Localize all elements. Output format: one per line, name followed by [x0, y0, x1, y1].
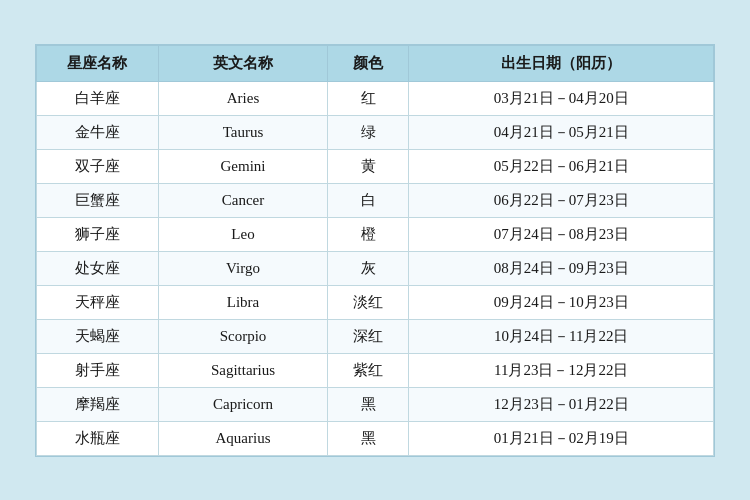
cell-date: 08月24日－09月23日: [409, 251, 714, 285]
cell-cn: 摩羯座: [37, 387, 159, 421]
table-row: 天蝎座Scorpio深红10月24日－11月22日: [37, 319, 714, 353]
cell-en: Aries: [158, 81, 327, 115]
cell-color: 黄: [328, 149, 409, 183]
cell-en: Gemini: [158, 149, 327, 183]
table-header-row: 星座名称 英文名称 颜色 出生日期（阳历）: [37, 45, 714, 81]
header-date: 出生日期（阳历）: [409, 45, 714, 81]
cell-cn: 射手座: [37, 353, 159, 387]
header-color: 颜色: [328, 45, 409, 81]
header-cn: 星座名称: [37, 45, 159, 81]
cell-cn: 天秤座: [37, 285, 159, 319]
table-row: 巨蟹座Cancer白06月22日－07月23日: [37, 183, 714, 217]
cell-date: 06月22日－07月23日: [409, 183, 714, 217]
cell-cn: 处女座: [37, 251, 159, 285]
table-row: 摩羯座Capricorn黑12月23日－01月22日: [37, 387, 714, 421]
table-row: 水瓶座Aquarius黑01月21日－02月19日: [37, 421, 714, 455]
cell-color: 橙: [328, 217, 409, 251]
cell-date: 05月22日－06月21日: [409, 149, 714, 183]
cell-date: 04月21日－05月21日: [409, 115, 714, 149]
cell-color: 淡红: [328, 285, 409, 319]
cell-color: 绿: [328, 115, 409, 149]
cell-cn: 金牛座: [37, 115, 159, 149]
table-row: 天秤座Libra淡红09月24日－10月23日: [37, 285, 714, 319]
cell-en: Leo: [158, 217, 327, 251]
cell-en: Taurus: [158, 115, 327, 149]
cell-color: 黑: [328, 421, 409, 455]
zodiac-table-container: 星座名称 英文名称 颜色 出生日期（阳历） 白羊座Aries红03月21日－04…: [35, 44, 715, 457]
cell-color: 灰: [328, 251, 409, 285]
table-row: 金牛座Taurus绿04月21日－05月21日: [37, 115, 714, 149]
cell-en: Aquarius: [158, 421, 327, 455]
cell-date: 11月23日－12月22日: [409, 353, 714, 387]
table-row: 白羊座Aries红03月21日－04月20日: [37, 81, 714, 115]
cell-date: 01月21日－02月19日: [409, 421, 714, 455]
header-en: 英文名称: [158, 45, 327, 81]
cell-en: Cancer: [158, 183, 327, 217]
cell-color: 白: [328, 183, 409, 217]
table-row: 射手座Sagittarius紫红11月23日－12月22日: [37, 353, 714, 387]
cell-color: 红: [328, 81, 409, 115]
cell-cn: 狮子座: [37, 217, 159, 251]
table-row: 狮子座Leo橙07月24日－08月23日: [37, 217, 714, 251]
cell-date: 12月23日－01月22日: [409, 387, 714, 421]
cell-en: Libra: [158, 285, 327, 319]
cell-en: Scorpio: [158, 319, 327, 353]
cell-color: 黑: [328, 387, 409, 421]
table-row: 双子座Gemini黄05月22日－06月21日: [37, 149, 714, 183]
cell-color: 紫红: [328, 353, 409, 387]
cell-en: Capricorn: [158, 387, 327, 421]
cell-cn: 双子座: [37, 149, 159, 183]
cell-cn: 白羊座: [37, 81, 159, 115]
cell-date: 09月24日－10月23日: [409, 285, 714, 319]
cell-cn: 天蝎座: [37, 319, 159, 353]
zodiac-table: 星座名称 英文名称 颜色 出生日期（阳历） 白羊座Aries红03月21日－04…: [36, 45, 714, 456]
cell-cn: 水瓶座: [37, 421, 159, 455]
table-row: 处女座Virgo灰08月24日－09月23日: [37, 251, 714, 285]
cell-en: Sagittarius: [158, 353, 327, 387]
cell-color: 深红: [328, 319, 409, 353]
cell-cn: 巨蟹座: [37, 183, 159, 217]
cell-en: Virgo: [158, 251, 327, 285]
cell-date: 10月24日－11月22日: [409, 319, 714, 353]
cell-date: 07月24日－08月23日: [409, 217, 714, 251]
cell-date: 03月21日－04月20日: [409, 81, 714, 115]
